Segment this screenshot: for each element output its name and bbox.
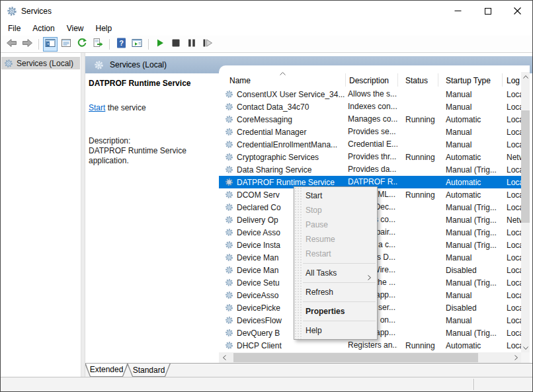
cell-startup-type: Manual (Trig... bbox=[438, 214, 502, 226]
export-list-button[interactable] bbox=[91, 37, 105, 52]
context-menu-item-pause: Pause bbox=[294, 217, 377, 232]
scroll-down-icon[interactable] bbox=[521, 343, 530, 352]
cell-startup-type: Manual bbox=[438, 138, 502, 151]
cell-status: Running bbox=[397, 113, 438, 126]
refresh-icon bbox=[77, 38, 87, 50]
cell-status bbox=[397, 314, 438, 327]
scroll-up-icon[interactable] bbox=[521, 72, 530, 81]
cell-name: CoreMessaging bbox=[225, 113, 345, 126]
column-header-status[interactable]: Status bbox=[405, 76, 440, 85]
cell-log-on-as: Loca bbox=[502, 163, 521, 176]
service-row[interactable]: CredentialEnrollmentMana...Credential E.… bbox=[219, 138, 521, 151]
service-row[interactable]: Cryptographic ServicesProvides thr...Run… bbox=[219, 151, 521, 163]
cell-log-on-as: Loca bbox=[502, 289, 521, 301]
cell-startup-type: Automatic bbox=[438, 188, 502, 201]
show-action-pane-button[interactable] bbox=[130, 37, 144, 52]
service-gear-icon bbox=[225, 153, 233, 161]
vertical-scrollbar[interactable] bbox=[521, 72, 530, 352]
back-button[interactable] bbox=[4, 37, 19, 52]
toolbar-separator bbox=[109, 39, 110, 50]
scroll-right-icon[interactable] bbox=[511, 352, 521, 363]
tab-standard[interactable]: Standard bbox=[127, 364, 171, 377]
cell-status bbox=[397, 226, 438, 239]
column-header-description[interactable]: Description bbox=[349, 76, 397, 85]
horizontal-scrollbar[interactable] bbox=[219, 352, 521, 363]
cell-log-on-as: Loca bbox=[502, 100, 521, 113]
menu-action[interactable]: Action bbox=[26, 22, 60, 35]
cell-status bbox=[397, 214, 438, 226]
maximize-button[interactable] bbox=[473, 1, 503, 21]
cell-status: Running bbox=[397, 188, 438, 201]
start-service-button[interactable] bbox=[153, 37, 167, 52]
service-row[interactable]: Contact Data_34c70Indexes con...ManualLo… bbox=[219, 100, 521, 113]
cell-startup-type: Manual bbox=[438, 314, 502, 327]
cell-startup-type: Manual (Trig... bbox=[438, 226, 502, 239]
toolbar: ? bbox=[1, 36, 532, 53]
description-panel: DATPROF Runtime Service Start the servic… bbox=[85, 73, 219, 362]
cell-description: Allows the s... bbox=[345, 88, 397, 100]
cell-log-on-as: Loca bbox=[502, 339, 521, 352]
column-header-name[interactable]: Name bbox=[229, 76, 342, 85]
service-row[interactable]: DHCP ClientRegisters an...RunningAutomat… bbox=[219, 339, 521, 352]
column-header-startup[interactable]: Startup Type bbox=[446, 76, 503, 85]
refresh-button[interactable] bbox=[75, 37, 89, 52]
pause-service-button[interactable] bbox=[184, 37, 199, 52]
service-row[interactable]: ConsentUX User Service_34...Allows the s… bbox=[219, 88, 521, 100]
menu-help[interactable]: Help bbox=[90, 22, 118, 35]
stop-service-button[interactable] bbox=[169, 37, 183, 52]
cell-log-on-as: Loca bbox=[502, 264, 521, 276]
services-gear-icon bbox=[4, 59, 13, 68]
context-menu-item-restart: Restart bbox=[294, 247, 377, 261]
context-menu-item-start[interactable]: Start bbox=[294, 188, 377, 203]
service-row[interactable]: CoreMessagingManages co...RunningAutomat… bbox=[219, 113, 521, 126]
start-service-link[interactable]: Start bbox=[89, 103, 105, 112]
context-menu-item-resume: Resume bbox=[294, 232, 377, 247]
context-menu-item-properties[interactable]: Properties bbox=[294, 304, 377, 319]
scrollbar-corner bbox=[521, 352, 530, 363]
properties-button[interactable] bbox=[59, 37, 73, 52]
cell-log-on-as: Loca bbox=[502, 126, 521, 138]
service-gear-icon bbox=[225, 190, 233, 199]
horizontal-scroll-thumb[interactable] bbox=[233, 353, 478, 362]
cell-startup-type: Manual (Trig... bbox=[438, 276, 502, 289]
tree-splitter[interactable] bbox=[81, 53, 85, 377]
cell-startup-type: Manual (Trig... bbox=[438, 327, 502, 339]
console-area: Services (Local) Services (Local) DATPRO… bbox=[1, 53, 532, 377]
submenu-arrow-icon bbox=[368, 270, 371, 285]
restart-service-button[interactable] bbox=[200, 37, 215, 52]
context-menu-item-stop: Stop bbox=[294, 203, 377, 217]
action-suffix: the service bbox=[105, 103, 145, 112]
cell-startup-type: Disabled bbox=[438, 264, 502, 276]
context-menu-item-refresh[interactable]: Refresh bbox=[294, 285, 377, 299]
cell-status: Running bbox=[397, 339, 438, 352]
service-gear-icon bbox=[225, 128, 233, 136]
forward-button[interactable] bbox=[20, 37, 34, 52]
context-menu-item-help[interactable]: Help bbox=[294, 323, 377, 338]
vertical-scroll-thumb[interactable] bbox=[521, 110, 530, 223]
close-button[interactable] bbox=[503, 1, 532, 21]
cell-status bbox=[397, 88, 438, 100]
cell-status bbox=[397, 239, 438, 251]
service-row[interactable]: Credential ManagerProvides se...ManualLo… bbox=[219, 126, 521, 138]
show-console-tree-button[interactable] bbox=[43, 37, 58, 52]
menu-view[interactable]: View bbox=[61, 22, 90, 35]
column-header-logon[interactable]: Log bbox=[507, 76, 521, 85]
tree-item-services-local[interactable]: Services (Local) bbox=[1, 57, 80, 69]
cell-status bbox=[397, 100, 438, 113]
menu-separator bbox=[303, 263, 376, 264]
status-bar-divider bbox=[473, 379, 475, 390]
menu-separator bbox=[303, 301, 376, 302]
cell-startup-type: Manual (Trig... bbox=[438, 239, 502, 251]
scroll-left-icon[interactable] bbox=[219, 352, 229, 363]
help-button[interactable]: ? bbox=[114, 37, 128, 52]
cell-description: Manages co... bbox=[345, 113, 397, 126]
cell-name: ConsentUX User Service_34... bbox=[225, 88, 345, 100]
tab-extended[interactable]: Extended bbox=[85, 364, 128, 377]
minimize-button[interactable] bbox=[443, 1, 473, 21]
service-row[interactable]: Data Sharing ServiceProvides da...Manual… bbox=[219, 163, 521, 176]
service-gear-icon bbox=[225, 303, 233, 312]
menu-file[interactable]: File bbox=[2, 22, 26, 35]
context-menu-item-all-tasks[interactable]: All Tasks bbox=[294, 266, 377, 280]
restart-service-icon bbox=[203, 39, 213, 49]
cell-status bbox=[397, 289, 438, 301]
